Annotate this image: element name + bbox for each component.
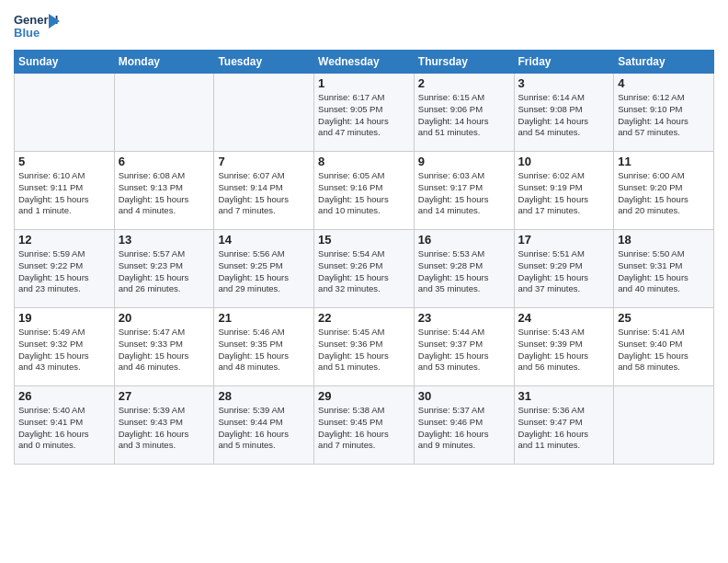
calendar-cell: 15Sunrise: 5:54 AMSunset: 9:26 PMDayligh… — [314, 230, 415, 308]
day-info: Sunrise: 5:47 AMSunset: 9:33 PMDaylight:… — [119, 327, 210, 373]
day-info: Sunrise: 5:40 AMSunset: 9:41 PMDaylight:… — [18, 405, 110, 452]
header: GeneralBlue — [14, 9, 714, 42]
day-info: Sunrise: 5:45 AMSunset: 9:36 PMDaylight:… — [318, 327, 410, 373]
day-number: 29 — [318, 389, 410, 403]
svg-text:Blue: Blue — [14, 26, 40, 40]
logo-area: GeneralBlue — [14, 9, 62, 42]
day-info: Sunrise: 5:57 AMSunset: 9:23 PMDaylight:… — [119, 248, 210, 295]
calendar-cell: 24Sunrise: 5:43 AMSunset: 9:39 PMDayligh… — [514, 308, 614, 386]
calendar-cell: 4Sunrise: 6:12 AMSunset: 9:10 PMDaylight… — [614, 74, 714, 152]
day-number: 19 — [18, 311, 110, 325]
day-info: Sunrise: 6:03 AMSunset: 9:17 PMDaylight:… — [418, 170, 510, 217]
general-blue-logo: GeneralBlue — [14, 9, 62, 42]
calendar-cell: 17Sunrise: 5:51 AMSunset: 9:29 PMDayligh… — [514, 230, 614, 308]
week-row-5: 26Sunrise: 5:40 AMSunset: 9:41 PMDayligh… — [15, 386, 714, 465]
day-number: 25 — [618, 311, 710, 325]
day-info: Sunrise: 6:02 AMSunset: 9:19 PMDaylight:… — [518, 170, 610, 217]
day-info: Sunrise: 5:50 AMSunset: 9:31 PMDaylight:… — [618, 248, 710, 295]
week-row-4: 19Sunrise: 5:49 AMSunset: 9:32 PMDayligh… — [15, 308, 714, 386]
day-info: Sunrise: 6:00 AMSunset: 9:20 PMDaylight:… — [618, 170, 710, 217]
calendar-cell: 13Sunrise: 5:57 AMSunset: 9:23 PMDayligh… — [114, 230, 214, 308]
day-info: Sunrise: 6:14 AMSunset: 9:08 PMDaylight:… — [518, 92, 610, 139]
day-number: 21 — [218, 311, 310, 325]
day-info: Sunrise: 6:17 AMSunset: 9:05 PMDaylight:… — [318, 92, 410, 139]
day-number: 4 — [618, 76, 710, 90]
calendar-cell: 16Sunrise: 5:53 AMSunset: 9:28 PMDayligh… — [414, 230, 514, 308]
calendar-cell: 30Sunrise: 5:37 AMSunset: 9:46 PMDayligh… — [414, 386, 514, 465]
day-info: Sunrise: 5:41 AMSunset: 9:40 PMDaylight:… — [618, 327, 710, 373]
day-number: 14 — [218, 233, 310, 247]
weekday-header-friday: Friday — [514, 51, 614, 74]
day-info: Sunrise: 6:05 AMSunset: 9:16 PMDaylight:… — [318, 170, 410, 217]
day-number: 18 — [618, 233, 710, 247]
calendar-cell: 14Sunrise: 5:56 AMSunset: 9:25 PMDayligh… — [214, 230, 314, 308]
calendar-cell — [114, 74, 214, 152]
weekday-header-monday: Monday — [114, 51, 214, 74]
day-info: Sunrise: 5:51 AMSunset: 9:29 PMDaylight:… — [518, 248, 610, 295]
week-row-2: 5Sunrise: 6:10 AMSunset: 9:11 PMDaylight… — [15, 152, 714, 230]
calendar-cell: 29Sunrise: 5:38 AMSunset: 9:45 PMDayligh… — [314, 386, 415, 465]
day-number: 16 — [418, 233, 510, 247]
day-info: Sunrise: 6:12 AMSunset: 9:10 PMDaylight:… — [618, 92, 710, 139]
day-number: 22 — [318, 311, 410, 325]
calendar-page: GeneralBlue SundayMondayTuesdayWednesday… — [0, 0, 728, 563]
calendar-cell: 12Sunrise: 5:59 AMSunset: 9:22 PMDayligh… — [15, 230, 115, 308]
calendar-cell: 22Sunrise: 5:45 AMSunset: 9:36 PMDayligh… — [314, 308, 415, 386]
day-number: 10 — [518, 155, 610, 168]
week-row-1: 1Sunrise: 6:17 AMSunset: 9:05 PMDaylight… — [15, 74, 714, 152]
weekday-header-wednesday: Wednesday — [314, 51, 415, 74]
day-number: 1 — [318, 76, 410, 90]
calendar-cell: 27Sunrise: 5:39 AMSunset: 9:43 PMDayligh… — [114, 386, 214, 465]
week-row-3: 12Sunrise: 5:59 AMSunset: 9:22 PMDayligh… — [15, 230, 714, 308]
day-info: Sunrise: 5:39 AMSunset: 9:44 PMDaylight:… — [218, 405, 310, 452]
weekday-header-row: SundayMondayTuesdayWednesdayThursdayFrid… — [15, 51, 714, 74]
calendar-cell: 9Sunrise: 6:03 AMSunset: 9:17 PMDaylight… — [414, 152, 514, 230]
day-info: Sunrise: 5:36 AMSunset: 9:47 PMDaylight:… — [518, 405, 610, 452]
day-info: Sunrise: 5:56 AMSunset: 9:25 PMDaylight:… — [218, 248, 310, 295]
calendar-cell: 10Sunrise: 6:02 AMSunset: 9:19 PMDayligh… — [514, 152, 614, 230]
weekday-header-saturday: Saturday — [614, 51, 714, 74]
calendar-cell: 8Sunrise: 6:05 AMSunset: 9:16 PMDaylight… — [314, 152, 415, 230]
calendar-cell: 21Sunrise: 5:46 AMSunset: 9:35 PMDayligh… — [214, 308, 314, 386]
day-info: Sunrise: 5:37 AMSunset: 9:46 PMDaylight:… — [418, 405, 510, 452]
calendar-cell: 3Sunrise: 6:14 AMSunset: 9:08 PMDaylight… — [514, 74, 614, 152]
day-number: 15 — [318, 233, 410, 247]
weekday-header-sunday: Sunday — [15, 51, 115, 74]
day-info: Sunrise: 5:46 AMSunset: 9:35 PMDaylight:… — [218, 327, 310, 373]
calendar-cell: 18Sunrise: 5:50 AMSunset: 9:31 PMDayligh… — [614, 230, 714, 308]
day-number: 27 — [119, 389, 210, 403]
calendar-cell — [614, 386, 714, 465]
day-number: 6 — [119, 155, 210, 168]
day-info: Sunrise: 5:49 AMSunset: 9:32 PMDaylight:… — [18, 327, 110, 373]
day-number: 12 — [18, 233, 110, 247]
day-number: 9 — [418, 155, 510, 168]
calendar-cell: 5Sunrise: 6:10 AMSunset: 9:11 PMDaylight… — [15, 152, 115, 230]
day-number: 5 — [18, 155, 110, 168]
day-number: 8 — [318, 155, 410, 168]
calendar-cell: 23Sunrise: 5:44 AMSunset: 9:37 PMDayligh… — [414, 308, 514, 386]
calendar-cell: 26Sunrise: 5:40 AMSunset: 9:41 PMDayligh… — [15, 386, 115, 465]
calendar-cell: 6Sunrise: 6:08 AMSunset: 9:13 PMDaylight… — [114, 152, 214, 230]
calendar-cell: 1Sunrise: 6:17 AMSunset: 9:05 PMDaylight… — [314, 74, 415, 152]
day-number: 11 — [618, 155, 710, 168]
day-info: Sunrise: 5:38 AMSunset: 9:45 PMDaylight:… — [318, 405, 410, 452]
day-number: 17 — [518, 233, 610, 247]
day-info: Sunrise: 5:54 AMSunset: 9:26 PMDaylight:… — [318, 248, 410, 295]
day-number: 30 — [418, 389, 510, 403]
day-number: 23 — [418, 311, 510, 325]
calendar-cell: 2Sunrise: 6:15 AMSunset: 9:06 PMDaylight… — [414, 74, 514, 152]
calendar-cell: 19Sunrise: 5:49 AMSunset: 9:32 PMDayligh… — [15, 308, 115, 386]
day-info: Sunrise: 5:53 AMSunset: 9:28 PMDaylight:… — [418, 248, 510, 295]
day-info: Sunrise: 6:08 AMSunset: 9:13 PMDaylight:… — [119, 170, 210, 217]
day-info: Sunrise: 6:10 AMSunset: 9:11 PMDaylight:… — [18, 170, 110, 217]
calendar-cell: 31Sunrise: 5:36 AMSunset: 9:47 PMDayligh… — [514, 386, 614, 465]
day-number: 24 — [518, 311, 610, 325]
calendar-cell: 11Sunrise: 6:00 AMSunset: 9:20 PMDayligh… — [614, 152, 714, 230]
calendar-cell: 20Sunrise: 5:47 AMSunset: 9:33 PMDayligh… — [114, 308, 214, 386]
calendar-cell — [15, 74, 115, 152]
day-number: 28 — [218, 389, 310, 403]
calendar-cell — [214, 74, 314, 152]
weekday-header-tuesday: Tuesday — [214, 51, 314, 74]
weekday-header-thursday: Thursday — [414, 51, 514, 74]
day-info: Sunrise: 5:44 AMSunset: 9:37 PMDaylight:… — [418, 327, 510, 373]
